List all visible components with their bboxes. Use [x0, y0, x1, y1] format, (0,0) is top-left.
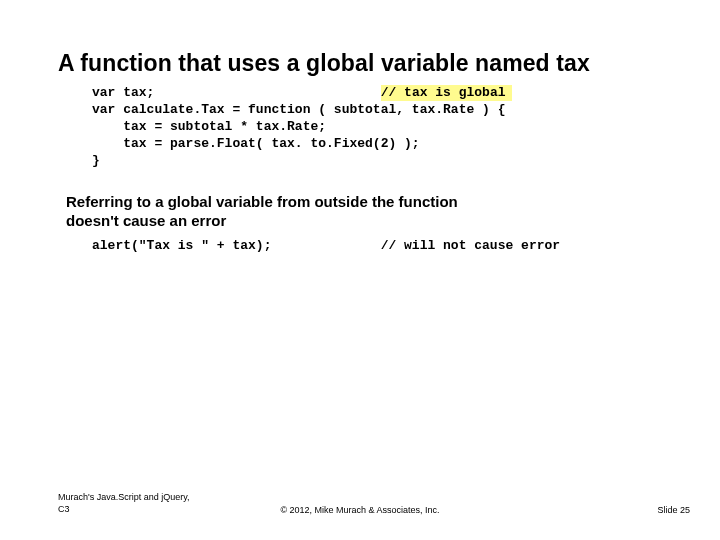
code-line-2: var calculate.Tax = function ( subtotal,… — [92, 102, 505, 117]
code2-line: alert("Tax is " + tax); — [92, 238, 271, 253]
sub-heading: Referring to a global variable from outs… — [66, 192, 458, 230]
sub-heading-line-2: doesn't cause an error — [66, 212, 226, 229]
code2-pad — [271, 238, 380, 253]
code2-comment: // will not cause error — [381, 238, 560, 253]
code-line-3: tax = subtotal * tax.Rate; — [92, 119, 326, 134]
slide-title: A function that uses a global variable n… — [58, 50, 590, 77]
slide: A function that uses a global variable n… — [0, 0, 720, 540]
code-line-1-comment-highlight: // tax is global — [381, 85, 512, 101]
code-line-5: } — [92, 153, 100, 168]
code-line-1a: var tax; — [92, 85, 154, 100]
code-line-1-pad — [154, 85, 380, 100]
code-block-global-var: var tax; // tax is global var calculate.… — [92, 84, 512, 169]
footer-right: Slide 25 — [657, 505, 690, 515]
sub-heading-line-1: Referring to a global variable from outs… — [66, 193, 458, 210]
code-block-alert: alert("Tax is " + tax); // will not caus… — [92, 238, 560, 253]
footer-center: © 2012, Mike Murach & Associates, Inc. — [0, 505, 720, 515]
footer-left-line-1: Murach's Java.Script and jQuery, — [58, 492, 190, 502]
code-line-4: tax = parse.Float( tax. to.Fixed(2) ); — [92, 136, 420, 151]
